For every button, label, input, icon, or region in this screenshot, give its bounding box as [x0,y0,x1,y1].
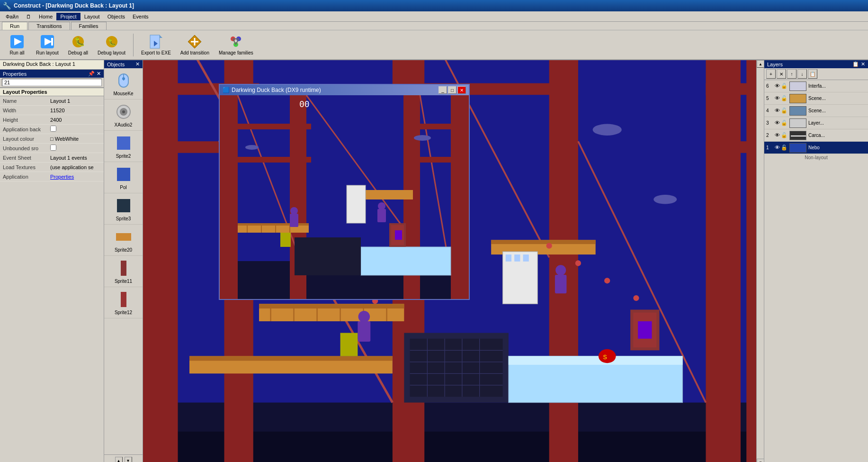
runtime-window[interactable]: 🟦 Darkwing Duck Back (DX9 runtime) _ □ ✕ [219,84,470,300]
pol-label: Pol [120,185,126,190]
layer-item-6[interactable]: 6 👁 🔓 Interfa... [764,80,868,92]
layers-title: Layers [767,62,783,67]
object-sprite2[interactable]: Sprite2 [104,131,143,162]
layer-4-visible-icon[interactable]: 👁 [775,108,780,114]
layer-6-lock-icon[interactable]: 🔓 [781,83,787,89]
run-layout-label: Run layout [36,50,59,55]
export-exe-button[interactable]: Export to EXE [137,32,175,57]
object-xaudio2[interactable]: XAudio2 [104,100,143,131]
add-transition-button[interactable]: Add transition [177,32,213,57]
layer-3-lock-icon[interactable]: 🔓 [781,120,787,126]
runtime-restore-button[interactable]: □ [448,86,456,94]
layer-5-visible-icon[interactable]: 👁 [775,95,780,101]
layer-4-lock-icon[interactable]: 🔓 [781,108,787,114]
unbounded-checkbox[interactable] [50,145,56,151]
export-exe-label: Export to EXE [141,50,171,55]
runtime-game-content: 00 [220,95,469,299]
object-sprite12[interactable]: Sprite12 [104,287,143,318]
svg-rect-36 [143,60,178,462]
layer-up-button[interactable]: ↑ [787,69,796,79]
svg-point-97 [575,260,581,266]
layer-item-1[interactable]: 1 👁 🔓 Nebo [764,142,868,154]
layer-6-thumb [789,82,806,91]
layer-item-5[interactable]: 5 👁 🔓 Scene... [764,92,868,105]
manage-families-button[interactable]: Manage families [215,32,257,57]
object-sprite11[interactable]: Sprite11 [104,256,143,287]
tab-families[interactable]: Families [71,22,107,30]
properties-title: Properties [3,71,27,77]
objects-scroll-down[interactable]: ▼ [125,457,132,462]
runtime-title-text: Darkwing Duck Back (DX9 runtime) [232,87,321,93]
sprite12-label: Sprite12 [115,310,132,315]
layer-item-3[interactable]: 3 👁 🔓 Layer... [764,117,868,129]
menu-objects[interactable]: Objects [104,13,129,20]
scroll-down-button[interactable]: ▼ [757,459,764,462]
canvas-area[interactable]: S 🟦 Darkwing Duck Back (DX9 runtime [143,60,764,462]
layer-add-button[interactable]: + [766,69,776,79]
object-mousekey[interactable]: MouseKe [104,68,143,100]
scroll-up-button[interactable]: ▲ [757,60,764,68]
prop-loadtex-row: Load Textures (use application se [0,163,104,172]
layer-duplicate-button[interactable]: 📋 [808,69,817,79]
layer-1-visible-icon[interactable]: 👁 [775,145,780,151]
menu-project[interactable]: Project [56,13,80,20]
menu-home[interactable]: Home [35,13,56,20]
menu-events[interactable]: Events [129,13,152,20]
objects-close-icon[interactable]: ✕ [135,61,140,67]
debug-all-button[interactable]: 🐛 Debug all [64,32,92,57]
layer-5-lock-icon[interactable]: 🔓 [781,95,787,101]
run-all-button[interactable]: Run all [4,32,30,57]
object-sprite20[interactable]: Sprite20 [104,225,143,256]
layer-item-2[interactable]: 2 👁 🔓 Carca... [764,129,868,142]
tab-run[interactable]: Run [2,22,27,30]
layer-6-visible-icon[interactable]: 👁 [775,83,780,89]
properties-search-input[interactable] [2,79,102,86]
menu-quick[interactable]: 🗒 [22,13,35,20]
layer-2-visible-icon[interactable]: 👁 [775,132,780,138]
debug-layout-button[interactable]: 🐛 Debug layout [94,32,129,57]
svg-point-122 [378,202,385,210]
layer-2-thumb [789,131,806,140]
properties-close-icon[interactable]: ✕ [97,71,101,77]
objects-scroll-up[interactable]: ▲ [115,457,123,462]
menu-layout[interactable]: Layout [81,13,104,20]
prop-appback-label: Application back [3,127,50,132]
tab-transitions[interactable]: Transitions [28,22,70,30]
svg-rect-64 [555,275,567,293]
svg-rect-61 [189,356,393,361]
layer-delete-button[interactable]: ✕ [777,69,786,79]
layer-1-lock-icon[interactable]: 🔓 [781,145,787,151]
prop-application-value[interactable]: Properties [50,174,101,180]
object-pol[interactable]: Pol [104,162,143,193]
appback-checkbox[interactable] [50,126,56,132]
prop-height-label: Height [3,117,50,123]
svg-rect-68 [514,254,520,262]
layer-item-4[interactable]: 4 👁 🔓 Scene... [764,105,868,117]
layer-down-button[interactable]: ↓ [797,69,807,79]
properties-header: Properties 📌 ✕ [0,70,104,78]
svg-rect-128 [220,157,311,163]
layer-6-name: Interfa... [808,83,826,89]
objects-title: Objects [107,62,125,67]
svg-rect-129 [403,124,469,129]
prop-width-value: 11520 [50,108,101,113]
layer-1-number: 1 [766,145,773,150]
object-sprite3[interactable]: Sprite3 [104,193,143,225]
run-layout-button[interactable]: Run layout [32,32,63,57]
layer-2-lock-icon[interactable]: 🔓 [781,132,787,138]
runtime-close-button[interactable]: ✕ [457,86,466,94]
layer-3-visible-icon[interactable]: 👁 [775,120,780,126]
svg-rect-71 [410,339,503,397]
layers-close-icon[interactable]: ✕ [861,61,865,67]
layers-add-icon[interactable]: 📋 [852,61,859,67]
runtime-minimize-button[interactable]: _ [438,86,447,94]
menu-file[interactable]: Файл [2,13,22,20]
export-exe-icon [148,34,163,49]
right-panel: Layers 📋 ✕ + ✕ ↑ ↓ 📋 6 👁 🔓 Interfa... [764,60,868,462]
prop-width-label: Width [3,108,50,113]
svg-text:S: S [603,354,607,361]
layer-4-thumb [789,106,806,116]
properties-pin-icon[interactable]: 📌 [88,71,95,77]
prop-name-label: Name [3,98,50,104]
svg-rect-67 [506,254,511,262]
